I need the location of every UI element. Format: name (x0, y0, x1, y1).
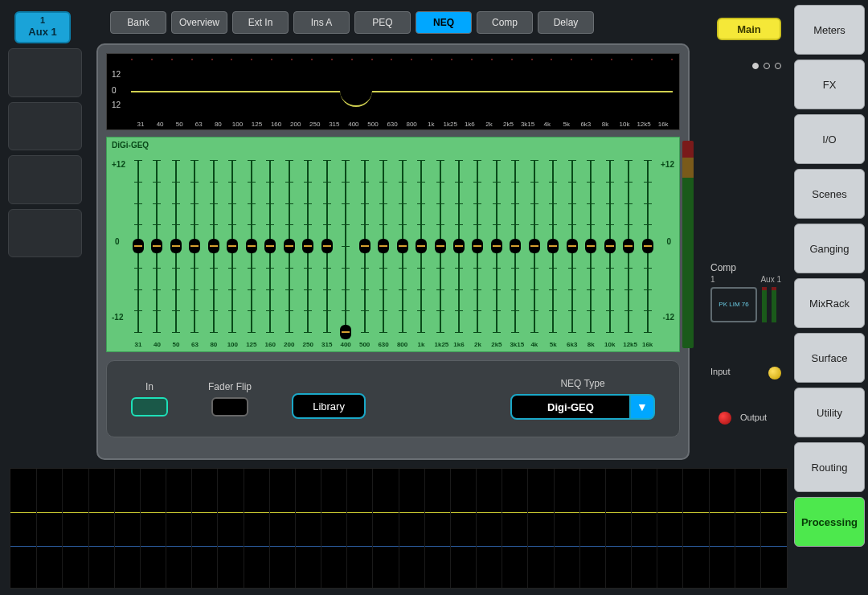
tab-comp[interactable]: Comp (477, 11, 533, 34)
input-indicator-icon[interactable] (768, 367, 781, 380)
nav-ganging[interactable]: Ganging (794, 224, 865, 273)
geq-scale-plus-right: +12 (661, 160, 674, 169)
nav-meters[interactable]: Meters (794, 5, 865, 55)
geq-fader-1k25[interactable] (435, 160, 446, 332)
geq-fader-10k[interactable] (604, 160, 616, 332)
right-nav: MetersFXI/OScenesGangingMixRackSurfaceUt… (794, 5, 865, 547)
comp-index: 1 (710, 275, 715, 284)
geq-fader-row (133, 160, 653, 332)
geq-fader-8k[interactable] (585, 160, 596, 332)
geq-fader-16k[interactable] (642, 160, 653, 332)
pager-dot-2[interactable] (764, 63, 770, 69)
comp-meter (762, 287, 767, 322)
nav-processing[interactable]: Processing (794, 497, 865, 547)
left-slot[interactable] (8, 48, 82, 97)
output-indicator-row: Output (710, 412, 781, 425)
neq-type-dropdown-icon[interactable]: ▼ (631, 394, 655, 420)
geq-fader-40[interactable] (151, 160, 162, 332)
tab-bank[interactable]: Bank (110, 11, 166, 34)
geq-fader-1k6[interactable] (453, 160, 465, 332)
geq-fader-100[interactable] (227, 160, 238, 332)
geq-title: DiGi-GEQ (112, 141, 149, 150)
geq-fader-1k[interactable] (416, 160, 427, 332)
geq-fader-400[interactable] (340, 160, 351, 332)
nav-surface[interactable]: Surface (794, 333, 865, 383)
nav-scenes[interactable]: Scenes (794, 169, 865, 219)
geq-fader-125[interactable] (246, 160, 257, 332)
control-bar: In Fader Flip Library NEQ Type Digi-GEQ … (106, 360, 680, 437)
geq-scale-zero-left: 0 (115, 237, 120, 246)
geq-scale-minus-left: -12 (112, 313, 123, 322)
graph-curve-dip (340, 91, 372, 107)
geq-fader-160[interactable] (264, 160, 276, 332)
nav-i-o[interactable]: I/O (794, 114, 865, 164)
geq-freq-labels: 3140506380100125160200250315400500630800… (133, 341, 653, 348)
geq-fader-315[interactable] (321, 160, 333, 332)
graph-scale-mid: 0 (112, 86, 117, 95)
tab-ins-a[interactable]: Ins A (293, 11, 350, 34)
left-slot[interactable] (8, 102, 82, 151)
neq-type-select[interactable]: Digi-GEQ (510, 394, 631, 420)
tab-overview[interactable]: Overview (171, 11, 227, 34)
channel-badge[interactable]: 1 Aux 1 (14, 11, 71, 43)
comp-side-panel[interactable]: Comp 1 Aux 1 PK LIM 76 (710, 262, 781, 322)
input-label: Input (710, 367, 730, 376)
pager-dot-1[interactable] (752, 63, 759, 69)
fader-flip-button[interactable] (211, 397, 248, 416)
geq-fader-250[interactable] (302, 160, 313, 332)
pager-dot-3[interactable] (775, 63, 781, 69)
geq-fader-5k[interactable] (547, 160, 559, 332)
geq-fader-50[interactable] (170, 160, 182, 332)
geq-fader-80[interactable] (208, 160, 219, 332)
geq-scale-minus-right: -12 (663, 313, 674, 322)
geq-fader-12k5[interactable] (623, 160, 634, 332)
in-label: In (145, 381, 154, 392)
tab-peq[interactable]: PEQ (354, 11, 411, 34)
output-indicator-icon[interactable] (719, 412, 731, 425)
scope-strip[interactable] (10, 468, 788, 589)
input-indicator-row: Input (710, 367, 781, 380)
nav-utility[interactable]: Utility (794, 388, 865, 437)
geq-fader-630[interactable] (378, 160, 389, 332)
geq-fader-31[interactable] (133, 160, 144, 332)
geq-fader-4k[interactable] (529, 160, 540, 332)
pager-dots (752, 63, 781, 69)
geq-panel: DiGi-GEQ +12 0 -12 +12 0 -12 31405063801… (106, 137, 680, 352)
main-panel: 12 0 12 31405063801001251602002503154005… (96, 43, 690, 460)
geq-fader-2k5[interactable] (491, 160, 502, 332)
comp-meter (772, 287, 776, 322)
left-slot[interactable] (8, 209, 82, 258)
graph-dots (131, 59, 673, 62)
tab-neq[interactable]: NEQ (416, 11, 472, 34)
geq-fader-3k15[interactable] (510, 160, 521, 332)
in-button[interactable] (131, 397, 168, 416)
tab-delay[interactable]: Delay (538, 11, 594, 34)
output-label: Output (740, 412, 767, 422)
geq-fader-500[interactable] (359, 160, 371, 332)
library-button[interactable]: Library (292, 393, 366, 419)
main-button[interactable]: Main (717, 18, 781, 40)
geq-fader-200[interactable] (284, 160, 295, 332)
nav-mixrack[interactable]: MixRack (794, 278, 865, 328)
comp-plugin-icon[interactable]: PK LIM 76 (710, 287, 757, 322)
graph-scale-bot: 12 (112, 101, 121, 109)
geq-fader-63[interactable] (189, 160, 200, 332)
geq-scale-plus-left: +12 (112, 160, 125, 169)
left-slots (8, 48, 82, 257)
left-slot[interactable] (8, 155, 82, 204)
neq-type-label: NEQ Type (560, 378, 604, 389)
geq-fader-800[interactable] (397, 160, 408, 332)
comp-bus: Aux 1 (760, 275, 781, 284)
graph-curve (131, 91, 673, 92)
channel-name: Aux 1 (16, 26, 69, 39)
geq-fader-2k[interactable] (472, 160, 483, 332)
graph-freq-labels: 3140506380100125160200250315400500630800… (131, 121, 673, 128)
graph-scale-top: 12 (112, 70, 121, 79)
nav-routing[interactable]: Routing (794, 442, 865, 492)
geq-fader-6k3[interactable] (567, 160, 578, 332)
tab-ext-in[interactable]: Ext In (232, 11, 289, 34)
eq-response-graph[interactable]: 12 0 12 31405063801001251602002503154005… (106, 53, 680, 130)
geq-output-meter (682, 141, 694, 348)
nav-fx[interactable]: FX (794, 60, 865, 109)
channel-number: 1 (16, 15, 69, 26)
